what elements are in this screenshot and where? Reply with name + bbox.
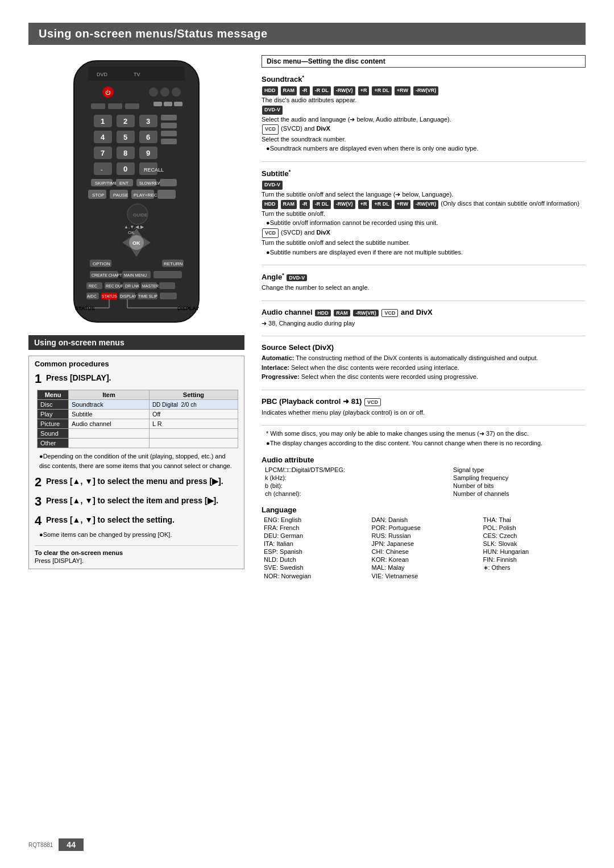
attr-value-4: Number of channels xyxy=(450,490,586,498)
section-header-using-menus: Using on-screen menus xyxy=(28,335,244,350)
osd-item-soundtrack: Soundtrack xyxy=(69,400,150,410)
table-row: Disc Soundtrack DD Digital 2/0 ch xyxy=(38,400,238,410)
source-select-section: Source Select (DivX) Automatic: The cons… xyxy=(262,343,586,382)
svg-text:5: 5 xyxy=(123,133,127,141)
divx-label-sub: DivX xyxy=(316,229,330,236)
clear-menus-box: To clear the on-screen menus Press [DISP… xyxy=(35,545,238,566)
source-select-title: Source Select (DivX) xyxy=(262,343,586,352)
step-4-num: 4 xyxy=(35,514,42,528)
badge-r-sub: -R xyxy=(300,200,310,209)
osd-menu-disc: Disc xyxy=(38,400,69,410)
step-1-text: Press [DISPLAY]. xyxy=(46,373,111,382)
svg-text:⏻: ⏻ xyxy=(105,90,111,95)
table-row: Sound xyxy=(38,429,238,439)
lang-fin: FIN: Finnish xyxy=(481,556,586,564)
subtitle-note2: ●Subtitle numbers are displayed even if … xyxy=(266,248,586,257)
svg-text:1: 1 xyxy=(101,117,105,126)
svg-rect-37 xyxy=(94,162,112,175)
badge-vcd-sound: VCD xyxy=(262,124,279,135)
svg-text:DVD: DVD xyxy=(97,72,108,77)
attr-value-1: Signal type xyxy=(450,466,586,474)
svg-text:MASTER: MASTER xyxy=(142,284,159,288)
divider-3 xyxy=(262,301,586,301)
osd-display-table: Menu Item Setting Disc Soundtrack DD Dig… xyxy=(37,390,238,448)
badge-rwvr-ac: -RW(VR) xyxy=(353,310,378,316)
footer-page-number: 44 xyxy=(59,838,84,851)
lang-chi: CHI: Chinese xyxy=(370,548,481,556)
table-row: Play Subtitle Off xyxy=(38,410,238,419)
attr-label-3: b (bit): xyxy=(262,482,450,490)
col-item: Item xyxy=(69,390,150,400)
lang-mal: MAL: Malay xyxy=(370,564,481,572)
step-2-num: 2 xyxy=(35,475,42,490)
subtitle-section: Subtitle* DVD-V Turn the subtitle on/off… xyxy=(262,169,586,257)
badge-ram-sub: RAM xyxy=(281,200,297,209)
svg-rect-14 xyxy=(174,102,182,106)
badge-r-dl: -R DL xyxy=(313,86,331,95)
badge-plus-r-sub: +R xyxy=(358,200,370,209)
step-1-note: ●Depending on the condition of the unit … xyxy=(39,452,238,470)
language-section: Language ENG: English DAN: Danish THA: T… xyxy=(262,506,586,580)
lang-por: POR: Portuguese xyxy=(370,524,481,532)
angle-title: Angle* DVD-V xyxy=(262,272,586,281)
source-automatic: Automatic: The constructing method of th… xyxy=(262,353,586,363)
svg-text:DISPLAY: DISPLAY xyxy=(120,294,136,298)
lang-row: NLD: Dutch KOR: Korean FIN: Finnish xyxy=(262,556,586,564)
svg-text:SKIP/TIME: SKIP/TIME xyxy=(95,181,118,186)
svg-rect-21 xyxy=(161,115,177,120)
subtitle-note1: ●Subtitle on/off information cannot be r… xyxy=(266,218,586,228)
lang-nld: NLD: Dutch xyxy=(262,556,370,564)
badge-plus-r: +R xyxy=(358,86,370,95)
soundtrack-desc2: Select the audio and language (➜ below, … xyxy=(262,115,586,124)
soundtrack-star: * xyxy=(302,74,305,80)
page-title: Using on-screen menus/Status message xyxy=(28,23,586,45)
svg-rect-29 xyxy=(161,131,177,136)
subtitle-desc2: Turn the subtitle on/off. xyxy=(262,209,586,219)
subtitle-desc1: Turn the subtitle on/off and select the … xyxy=(262,190,586,199)
source-progressive-desc: Select when the disc contents were recor… xyxy=(301,373,478,380)
svg-text:REC: REC xyxy=(89,284,97,288)
source-interlace: Interlace: Select when the disc contents… xyxy=(262,363,586,373)
svg-text:STATUS: STATUS xyxy=(102,294,117,298)
audio-channel-title: Audio channel HDD RAM -RW(VR) VCD and Di… xyxy=(262,308,586,317)
soundtrack-dvdv: DVD-V xyxy=(262,105,586,115)
svg-text:REC DUR: REC DUR xyxy=(106,284,124,288)
attr-row-1: LPCM/□□Digital/DTS/MPEG: Signal type xyxy=(262,466,586,474)
attr-value-3: Number of bits xyxy=(450,482,586,490)
source-auto-desc: The constructing method of the DivX cont… xyxy=(296,354,538,361)
lang-eng: ENG: English xyxy=(262,516,370,524)
svg-point-7 xyxy=(160,87,169,97)
attr-row-2: k (kHz): Sampling frequency xyxy=(262,474,586,482)
svg-rect-30 xyxy=(161,139,177,144)
svg-text:OK: OK xyxy=(128,230,135,235)
svg-rect-9 xyxy=(91,103,105,109)
attr-row-4: ch (channel): Number of channels xyxy=(262,490,586,498)
badge-hdd-ac: HDD xyxy=(315,310,331,316)
step-4-text: Press [▲, ▼] to select the setting. xyxy=(46,515,175,524)
badge-vcd-sub: VCD xyxy=(262,228,279,239)
step-1-num: 1 xyxy=(35,372,42,386)
soundtrack-desc1: The disc's audio attributes appear. xyxy=(262,95,586,105)
angle-desc: Change the number to select an angle. xyxy=(262,283,586,293)
pbc-section: PBC (Playback control ➜ 81) VCD Indicate… xyxy=(262,397,586,418)
soundtrack-badges: HDD RAM -R -R DL -RW(V) +R +R DL +RW -RW… xyxy=(262,85,586,95)
badge-rwvr: -RW(VR) xyxy=(413,86,438,95)
lang-deu: DEU: German xyxy=(262,532,370,540)
badge-vcd-ac: VCD xyxy=(381,309,398,317)
svg-text:TV: TV xyxy=(134,72,140,77)
svg-text:DR LNK: DR LNK xyxy=(125,284,140,288)
left-column: DVD TV ⏻ xyxy=(28,55,244,575)
lang-pol: POL: Polish xyxy=(481,524,586,532)
lang-slk: SLK: Slovak xyxy=(481,540,586,548)
angle-star: * xyxy=(282,272,284,278)
attr-value-2: Sampling frequency xyxy=(450,474,586,482)
badge-ram-ac: RAM xyxy=(334,310,350,316)
lang-ita: ITA: Italian xyxy=(262,540,370,548)
soundtrack-title: Soundtrack* xyxy=(262,74,586,84)
divider-5 xyxy=(262,390,586,390)
clear-text: Press [DISPLAY]. xyxy=(35,556,238,566)
svg-rect-22 xyxy=(161,123,177,128)
divx-label-sound: DivX xyxy=(316,125,330,132)
osd-setting-empty-2 xyxy=(149,439,238,448)
divider-6 xyxy=(262,425,586,425)
